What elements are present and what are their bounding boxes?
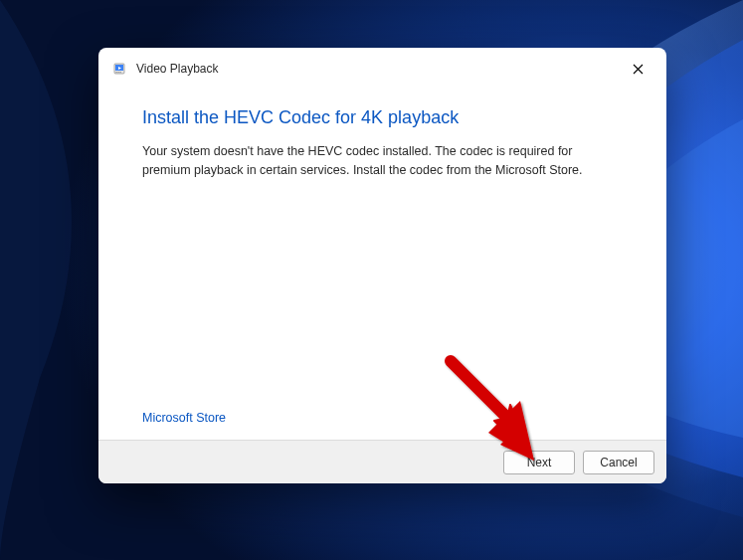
svg-rect-5 xyxy=(120,72,121,73)
button-bar: Next Cancel xyxy=(98,440,666,483)
microsoft-store-link[interactable]: Microsoft Store xyxy=(142,411,226,425)
close-icon xyxy=(633,64,644,75)
titlebar: Video Playback xyxy=(98,48,666,90)
next-button[interactable]: Next xyxy=(503,451,575,474)
close-button[interactable] xyxy=(615,53,660,85)
svg-rect-3 xyxy=(116,72,117,73)
installer-dialog: Video Playback Install the HEVC Codec fo… xyxy=(98,48,666,483)
link-area: Microsoft Store xyxy=(142,408,226,426)
dialog-heading: Install the HEVC Codec for 4K playback xyxy=(142,107,623,128)
dialog-body-text: Your system doesn't have the HEVC codec … xyxy=(142,142,623,181)
dialog-content: Install the HEVC Codec for 4K playback Y… xyxy=(98,90,666,440)
window-title: Video Playback xyxy=(136,62,615,76)
svg-rect-4 xyxy=(118,72,119,73)
video-playback-icon xyxy=(112,61,128,77)
cancel-button[interactable]: Cancel xyxy=(583,451,654,474)
